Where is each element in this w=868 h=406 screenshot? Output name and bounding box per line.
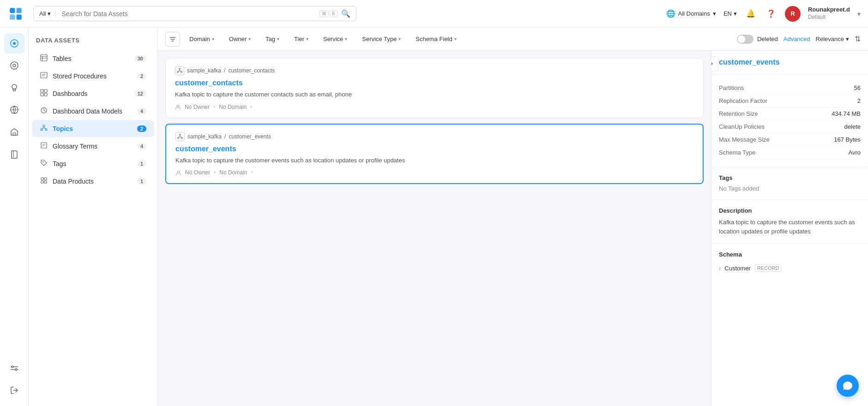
replication-value: 2 [857, 97, 861, 104]
partitions-value: 56 [854, 84, 861, 91]
domain-filter[interactable]: Domain ▾ [184, 33, 220, 45]
detail-maxmsg: Max Message Size 167 Bytes [719, 133, 861, 146]
k-key: K [330, 10, 338, 17]
service-filter[interactable]: Service ▾ [318, 33, 353, 45]
help-icon[interactable]: ❓ [765, 7, 778, 20]
panel-description-text: Kafka topic to capture the customer even… [719, 218, 861, 236]
owner-filter-label: Owner [229, 36, 247, 42]
schema-expand-icon[interactable]: › [719, 265, 721, 272]
search-dropdown-icon: ▾ [48, 10, 51, 17]
svg-rect-25 [44, 90, 47, 92]
search-all-label: All [39, 10, 46, 17]
advanced-link[interactable]: Advanced [784, 36, 810, 42]
schema-field-filter[interactable]: Schema Field ▾ [410, 33, 462, 45]
panel-details: Partitions 56 Replication Factor 2 Reten… [711, 74, 868, 167]
detail-cleanup: CleanUp Policies delete [719, 120, 861, 133]
owner-icon-1 [175, 104, 181, 110]
tag-filter-label: Tag [265, 36, 275, 42]
breadcrumb-sep-2: / [224, 133, 226, 140]
sidebar-item-glossary[interactable]: Glossary Terms 4 [32, 137, 154, 155]
breadcrumb-item-1: customer_contacts [228, 67, 275, 74]
schema-field-name: Customer [724, 265, 750, 272]
content-area: Domain ▾ Owner ▾ Tag ▾ Tier ▾ Service ▾ … [158, 28, 868, 406]
sidebar-icon-book[interactable] [4, 144, 24, 164]
sidebar-icon-insights[interactable] [4, 78, 24, 98]
domain-label: All Domains [678, 10, 710, 17]
tags-label: Tags [53, 160, 133, 167]
sidebar-item-stored-procedures[interactable]: Stored Procedures 2 [32, 67, 154, 84]
sidebar-icon-warehouse[interactable] [4, 122, 24, 142]
domain-chevron: ▾ [713, 10, 716, 17]
deleted-toggle[interactable] [737, 35, 753, 44]
svg-point-6 [11, 62, 18, 69]
description-section-title: Description [719, 207, 861, 214]
service-filter-label: Service [323, 36, 343, 42]
panel-toggle-button[interactable] [711, 56, 719, 71]
sidebar-item-dashboard-models[interactable]: Dashboard Data Models 4 [32, 102, 154, 119]
user-dropdown-icon[interactable]: ▾ [857, 10, 861, 18]
sidebar-title: Data Assets [29, 33, 157, 49]
svg-rect-27 [44, 93, 47, 96]
logo[interactable] [7, 6, 24, 22]
detail-replication: Replication Factor 2 [719, 95, 861, 107]
chat-bubble[interactable] [837, 375, 859, 397]
svg-point-46 [181, 137, 183, 138]
breadcrumb-service-2: sample_kafka [187, 133, 222, 140]
lang-selector[interactable]: EN ▾ [723, 10, 737, 17]
svg-point-44 [180, 134, 181, 135]
kafka-icon-1 [175, 66, 184, 75]
sidebar-item-data-products[interactable]: Data Products 1 [32, 173, 154, 190]
sidebar-icon-logout[interactable] [4, 380, 24, 400]
tag-filter[interactable]: Tag ▾ [260, 33, 285, 45]
domain-selector[interactable]: 🌐 All Domains ▾ [666, 9, 716, 18]
owner-filter[interactable]: Owner ▾ [223, 33, 256, 45]
service-type-filter[interactable]: Service Type ▾ [356, 33, 406, 45]
sidebar-item-dashboards[interactable]: Dashboards 12 [32, 85, 154, 102]
card-meta-1: No Owner • No Domain • [175, 104, 694, 110]
schema-field-type: RECORD [754, 264, 782, 272]
svg-point-40 [179, 68, 181, 70]
search-input[interactable] [61, 10, 316, 18]
schema-type-label: Schema Type [719, 149, 755, 156]
dashboards-label: Dashboards [53, 90, 130, 97]
data-products-label: Data Products [53, 178, 133, 185]
sidebar-item-tags[interactable]: Tags 1 [32, 155, 154, 172]
retention-value: 434.74 MB [832, 110, 861, 117]
schema-field-filter-arrow: ▾ [454, 36, 457, 42]
owner-1: No Owner [185, 104, 210, 110]
domain-filter-label: Domain [189, 36, 210, 42]
result-card-customer-events[interactable]: sample_kafka / customer_events customer_… [165, 124, 704, 185]
deleted-label: Deleted [757, 36, 778, 42]
svg-rect-24 [41, 90, 43, 92]
svg-rect-39 [44, 181, 47, 183]
relevance-select[interactable]: Relevance ▾ [816, 36, 849, 42]
sidebar-icon-domains[interactable] [4, 100, 24, 120]
owner-2: No Owner [185, 169, 210, 176]
result-card-customer-contacts[interactable]: sample_kafka / customer_contacts custome… [165, 58, 704, 118]
sidebar-icon-explore[interactable] [4, 33, 24, 54]
bell-icon[interactable]: 🔔 [744, 7, 757, 20]
glossary-label: Glossary Terms [53, 143, 133, 150]
card-desc-2: Kafka topic to capture the customer even… [175, 156, 693, 165]
nav-right: 🌐 All Domains ▾ EN ▾ 🔔 ❓ R Rounakpreet.d… [666, 6, 861, 22]
sort-icon[interactable]: ⇅ [855, 35, 861, 43]
svg-point-47 [177, 171, 180, 173]
search-all-select[interactable]: All ▾ [39, 10, 56, 17]
tier-filter[interactable]: Tier ▾ [289, 33, 314, 45]
data-products-icon [40, 177, 48, 185]
sidebar-item-topics[interactable]: Topics 2 [32, 120, 154, 137]
cmd-key: ⌘ [319, 10, 329, 17]
svg-rect-3 [17, 14, 22, 19]
cleanup-value: delete [844, 123, 861, 130]
panel-title[interactable]: customer_events [719, 58, 861, 66]
avatar[interactable]: R [785, 6, 801, 22]
results-list: sample_kafka / customer_contacts custome… [158, 51, 711, 406]
svg-rect-17 [41, 54, 47, 61]
sidebar-icon-analytics[interactable] [4, 55, 24, 76]
search-icon[interactable]: 🔍 [341, 9, 350, 18]
sidebar-item-tables[interactable]: Tables 30 [32, 50, 154, 67]
filter-toggle-button[interactable] [165, 32, 180, 47]
icon-sidebar [0, 28, 29, 406]
sidebar-icon-sliders[interactable] [4, 358, 24, 378]
kafka-icon-2 [175, 132, 185, 141]
